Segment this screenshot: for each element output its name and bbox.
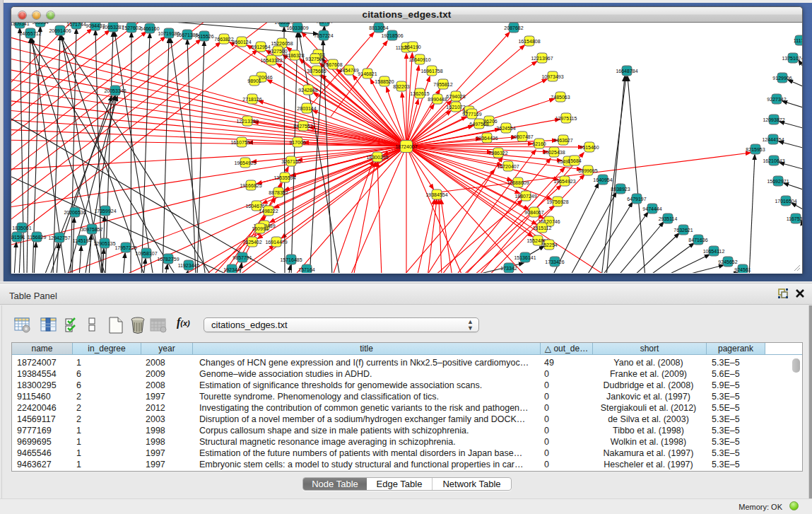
svg-text:1145194: 1145194 bbox=[73, 238, 92, 243]
svg-text:30975857: 30975857 bbox=[81, 227, 102, 232]
svg-text:19384554: 19384554 bbox=[425, 192, 447, 197]
svg-text:9084067: 9084067 bbox=[524, 210, 543, 215]
svg-text:1733426: 1733426 bbox=[545, 259, 564, 264]
svg-text:12213967: 12213967 bbox=[531, 56, 553, 61]
svg-text:7986322: 7986322 bbox=[488, 151, 507, 156]
svg-text:17359924: 17359924 bbox=[94, 209, 116, 214]
svg-text:9242848: 9242848 bbox=[298, 88, 317, 93]
svg-text:16210643: 16210643 bbox=[763, 158, 784, 163]
svg-text:12093872: 12093872 bbox=[763, 117, 784, 122]
svg-text:13535594: 13535594 bbox=[273, 175, 295, 180]
svg-text:16154808: 16154808 bbox=[518, 39, 540, 44]
svg-text:16107554: 16107554 bbox=[230, 140, 252, 145]
svg-text:1156829: 1156829 bbox=[28, 235, 47, 240]
svg-text:9857791: 9857791 bbox=[233, 255, 252, 260]
svg-text:1498222: 1498222 bbox=[259, 209, 278, 214]
svg-text:192344: 192344 bbox=[223, 267, 240, 272]
svg-text:173342: 173342 bbox=[500, 266, 517, 271]
svg-text:12942757: 12942757 bbox=[48, 235, 70, 240]
svg-text:98901: 98901 bbox=[247, 78, 261, 83]
svg-text:8186328: 8186328 bbox=[285, 53, 304, 58]
svg-text:8427552: 8427552 bbox=[293, 124, 312, 129]
svg-text:7625402: 7625402 bbox=[242, 240, 261, 245]
svg-text:16961758: 16961758 bbox=[420, 69, 442, 74]
svg-text:9327508: 9327508 bbox=[305, 57, 324, 62]
svg-text:10654112: 10654112 bbox=[703, 249, 725, 254]
svg-text:20691406: 20691406 bbox=[49, 28, 71, 33]
svg-text:7632621: 7632621 bbox=[673, 228, 693, 233]
svg-text:832203: 832203 bbox=[393, 84, 409, 89]
svg-text:8990448: 8990448 bbox=[428, 97, 447, 102]
svg-text:8215953: 8215953 bbox=[746, 147, 765, 152]
svg-text:19166825: 19166825 bbox=[240, 183, 261, 188]
svg-text:15684: 15684 bbox=[567, 158, 582, 163]
svg-text:2718126: 2718126 bbox=[242, 97, 261, 102]
svg-text:8454749: 8454749 bbox=[339, 68, 358, 73]
svg-text:18300295: 18300295 bbox=[366, 155, 388, 160]
svg-text:19654925: 19654925 bbox=[234, 160, 256, 165]
svg-text:13751074: 13751074 bbox=[782, 56, 802, 61]
svg-text:3624554: 3624554 bbox=[496, 126, 515, 131]
svg-text:15692971: 15692971 bbox=[767, 179, 789, 184]
svg-text:12975115: 12975115 bbox=[555, 116, 577, 121]
svg-text:2803144: 2803144 bbox=[297, 106, 316, 111]
svg-text:6794028: 6794028 bbox=[446, 94, 465, 99]
svg-text:20206536: 20206536 bbox=[64, 210, 86, 215]
svg-text:10807487: 10807487 bbox=[511, 134, 533, 139]
svg-text:14055712: 14055712 bbox=[19, 31, 41, 36]
svg-text:2087682: 2087682 bbox=[504, 25, 523, 30]
svg-text:785724: 785724 bbox=[316, 23, 332, 24]
svg-text:20053346: 20053346 bbox=[104, 88, 126, 93]
svg-text:19756928: 19756928 bbox=[546, 199, 568, 204]
svg-text:18807249: 18807249 bbox=[514, 194, 536, 199]
svg-text:8660124: 8660124 bbox=[232, 40, 251, 45]
svg-text:1065329: 1065329 bbox=[274, 23, 293, 25]
svg-text:10653287: 10653287 bbox=[102, 25, 124, 30]
svg-text:7663822: 7663822 bbox=[214, 37, 233, 42]
svg-text:8471636: 8471636 bbox=[688, 238, 707, 243]
svg-text:7515526: 7515526 bbox=[194, 34, 213, 39]
svg-text:160994: 160994 bbox=[252, 226, 268, 231]
svg-text:2935114: 2935114 bbox=[659, 216, 678, 221]
svg-text:15716485: 15716485 bbox=[280, 257, 302, 262]
svg-text:7485063: 7485063 bbox=[551, 95, 570, 100]
svg-text:16914479: 16914479 bbox=[265, 240, 287, 245]
svg-text:16782759: 16782759 bbox=[157, 257, 179, 262]
svg-text:7857224: 7857224 bbox=[314, 33, 333, 38]
svg-text:7955812: 7955812 bbox=[433, 82, 452, 87]
svg-text:62160: 62160 bbox=[532, 141, 546, 146]
svg-text:1615112: 1615112 bbox=[533, 226, 552, 230]
svg-text:10025438: 10025438 bbox=[543, 150, 565, 155]
svg-text:15720407: 15720407 bbox=[497, 164, 519, 169]
svg-text:1835061: 1835061 bbox=[12, 226, 31, 230]
svg-text:6899695: 6899695 bbox=[578, 168, 597, 173]
svg-text:11923445: 11923445 bbox=[178, 263, 200, 268]
svg-text:1671744: 1671744 bbox=[66, 23, 86, 27]
svg-text:391591: 391591 bbox=[11, 235, 25, 240]
svg-text:1588520: 1588520 bbox=[375, 79, 394, 84]
svg-text:905534: 905534 bbox=[32, 23, 48, 25]
svg-text:9474444: 9474444 bbox=[642, 206, 661, 211]
svg-text:10973493: 10973493 bbox=[541, 74, 563, 79]
svg-text:1527602: 1527602 bbox=[122, 25, 141, 30]
svg-text:6479197: 6479197 bbox=[627, 197, 646, 201]
svg-text:9777169: 9777169 bbox=[462, 112, 481, 117]
svg-text:18724007: 18724007 bbox=[395, 144, 417, 149]
svg-text:15226058: 15226058 bbox=[271, 41, 293, 46]
svg-text:917006: 917006 bbox=[289, 140, 305, 145]
svg-text:9227342: 9227342 bbox=[767, 97, 786, 102]
svg-text:924561: 924561 bbox=[734, 267, 751, 272]
svg-text:10958107: 10958107 bbox=[135, 251, 157, 256]
svg-text:12444154: 12444154 bbox=[762, 137, 784, 142]
svg-text:157164: 157164 bbox=[298, 267, 314, 272]
svg-text:19218506: 19218506 bbox=[381, 33, 403, 38]
svg-text:16543382: 16543382 bbox=[260, 58, 282, 63]
svg-text:1809341: 1809341 bbox=[11, 23, 30, 26]
svg-text:164190: 164190 bbox=[404, 45, 420, 49]
svg-text:252254: 252254 bbox=[541, 243, 557, 247]
svg-text:18640910: 18640910 bbox=[408, 57, 430, 62]
svg-text:11173: 11173 bbox=[794, 38, 802, 43]
svg-text:6466160: 6466160 bbox=[140, 26, 159, 31]
svg-text:16033809: 16033809 bbox=[286, 25, 308, 30]
svg-text:3875685: 3875685 bbox=[307, 69, 326, 74]
